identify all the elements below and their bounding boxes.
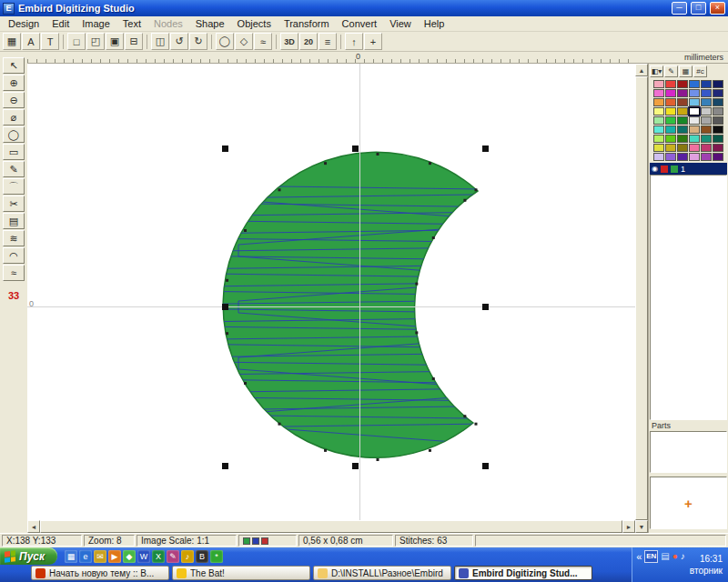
quicklaunch-icq-icon[interactable]: *	[210, 550, 223, 563]
palette-color-17[interactable]	[713, 98, 723, 106]
knife-tool[interactable]: ✂	[3, 196, 25, 212]
center-design-button[interactable]: +	[364, 33, 382, 50]
object-list-item[interactable]: ◉ 1	[650, 163, 727, 175]
freehand-tool[interactable]: ✎	[3, 161, 25, 177]
palette-color-2[interactable]	[677, 80, 688, 88]
vscroll-track[interactable]	[635, 76, 648, 520]
palette-color-49[interactable]	[665, 153, 676, 161]
print-button[interactable]: ⊟	[125, 33, 143, 50]
new-design-button[interactable]: □	[67, 33, 86, 50]
palette-color-16[interactable]	[701, 98, 712, 106]
volume-tray-icon[interactable]: ♪	[681, 551, 685, 561]
palette-color-51[interactable]	[689, 153, 700, 161]
start-button[interactable]: Пуск	[0, 547, 57, 565]
copy-button[interactable]: ◫	[151, 33, 169, 50]
taskbar-task[interactable]: Начать новую тему :: В...	[31, 566, 169, 580]
palette-color-0[interactable]	[653, 80, 664, 88]
palette-color-22[interactable]	[701, 107, 712, 115]
palette-color-9[interactable]	[689, 89, 700, 97]
manual-stitch-tool[interactable]: ≈	[3, 265, 25, 281]
move-up-button[interactable]: ↑	[345, 33, 363, 50]
crescent-shape[interactable]	[223, 152, 478, 457]
palette-color-23[interactable]	[713, 107, 723, 115]
palette-color-40[interactable]	[701, 135, 712, 143]
zoom-in-tool[interactable]: ⊕	[3, 75, 25, 91]
ellipse-tool[interactable]: ◯	[3, 126, 25, 143]
palette-color-5[interactable]	[713, 80, 723, 88]
palette-color-1[interactable]	[665, 80, 676, 88]
selection-handle[interactable]	[352, 463, 359, 469]
palette-color-25[interactable]	[665, 116, 676, 125]
design-canvas[interactable]: 0	[27, 64, 635, 520]
palette-color-20[interactable]	[677, 107, 688, 115]
visibility-eye-icon[interactable]: ◉	[652, 165, 658, 173]
palette-color-27[interactable]	[689, 116, 700, 125]
view-3d-button[interactable]: 3D	[280, 33, 298, 50]
palette-color-43[interactable]	[665, 144, 676, 152]
selection-handle[interactable]	[482, 463, 489, 469]
menu-convert[interactable]: Convert	[336, 17, 384, 30]
ellipse-shape-button[interactable]: ◯	[216, 33, 234, 50]
quicklaunch-excel-icon[interactable]: X	[152, 550, 165, 563]
quicklaunch-mail-icon[interactable]: ✉	[94, 550, 106, 563]
rectangle-tool[interactable]: ▭	[3, 144, 25, 160]
design-grid-button[interactable]: ▦	[3, 33, 21, 50]
palette-color-47[interactable]	[713, 144, 723, 152]
palette-color-6[interactable]	[653, 89, 664, 97]
close-button[interactable]: ×	[710, 2, 725, 15]
hscroll-thumb[interactable]	[40, 520, 622, 533]
zoom-out-tool[interactable]: ⊖	[3, 92, 25, 108]
palette-color-45[interactable]	[689, 144, 700, 152]
palette-color-13[interactable]	[665, 98, 676, 106]
palette-color-32[interactable]	[677, 125, 688, 134]
palette-color-10[interactable]	[701, 89, 712, 97]
palette-color-18[interactable]	[653, 107, 664, 115]
selection-handle[interactable]	[482, 304, 489, 310]
vscroll-thumb[interactable]	[635, 76, 648, 520]
taskbar-task[interactable]: The Bat!	[172, 566, 310, 580]
object-list[interactable]	[650, 175, 727, 420]
palette-color-36[interactable]	[653, 135, 664, 143]
maximize-button[interactable]: □	[691, 2, 706, 15]
column-tool[interactable]: ≋	[3, 230, 25, 246]
sew-simulator-button[interactable]: ≡	[318, 33, 337, 50]
language-indicator[interactable]: EN	[644, 550, 658, 563]
vertical-scrollbar[interactable]: ▲ ▼	[635, 64, 648, 533]
menu-view[interactable]: View	[383, 17, 418, 30]
palette-color-37[interactable]	[665, 135, 676, 143]
palette-color-35[interactable]	[713, 125, 723, 134]
selection-handle[interactable]	[222, 304, 228, 310]
palette-color-29[interactable]	[713, 116, 723, 125]
bezier-tool[interactable]: ⌒	[3, 178, 25, 195]
palette-color-19[interactable]	[665, 107, 676, 115]
palette-color-14[interactable]	[677, 98, 688, 106]
selection-handle[interactable]	[222, 463, 228, 469]
fill-tool[interactable]: ▤	[3, 213, 25, 229]
redo-button[interactable]: ↻	[189, 33, 207, 50]
antivirus-tray-icon[interactable]: ●	[672, 551, 678, 561]
palette-color-50[interactable]	[677, 153, 688, 161]
selection-handle[interactable]	[222, 146, 228, 152]
text-sans-button[interactable]: T	[41, 33, 59, 50]
palette-color-26[interactable]	[677, 116, 688, 125]
parts-panel[interactable]	[650, 431, 727, 473]
color-code-button[interactable]: #c	[693, 65, 707, 77]
palette-color-30[interactable]	[653, 125, 664, 134]
quicklaunch-word-icon[interactable]: W	[137, 550, 150, 563]
menu-objects[interactable]: Objects	[231, 17, 278, 30]
scroll-down-arrow-icon[interactable]: ▼	[635, 520, 648, 533]
menu-design[interactable]: Design	[2, 17, 46, 30]
quicklaunch-paint-icon[interactable]: ✎	[167, 550, 179, 563]
measure-tool[interactable]: ⌀	[3, 109, 25, 125]
outline-tool[interactable]: ◠	[3, 247, 25, 264]
menu-transform[interactable]: Transform	[278, 17, 336, 30]
save-design-button[interactable]: ▣	[106, 33, 124, 50]
palette-color-34[interactable]	[701, 125, 712, 134]
palette-color-3[interactable]	[689, 80, 700, 88]
menu-text[interactable]: Text	[116, 17, 147, 30]
palette-color-24[interactable]	[653, 116, 664, 125]
palette-color-12[interactable]	[653, 98, 664, 106]
text-serif-button[interactable]: A	[22, 33, 40, 50]
palette-color-33[interactable]	[689, 125, 700, 134]
palette-color-28[interactable]	[701, 116, 712, 125]
